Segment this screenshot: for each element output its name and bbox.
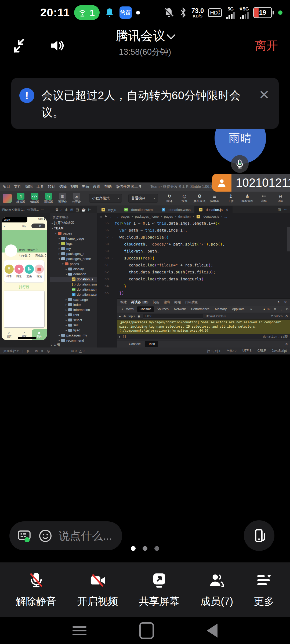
statusbar-info-item[interactable]: 空格: 2	[226, 349, 236, 353]
close-drawer-icon[interactable]: ✕	[285, 342, 288, 346]
sim-action-交换[interactable]: ⇅交换	[25, 265, 34, 278]
menu-item[interactable]: 设置	[93, 184, 100, 189]
menu-item[interactable]: 文件	[14, 184, 21, 189]
explorer-toolbar-icon[interactable]: ⧉	[56, 207, 58, 212]
action-button-清缓存[interactable]: ≣清缓存	[208, 194, 221, 203]
file-tab-donation.wxss[interactable]: 3donation.wxss	[157, 206, 194, 213]
tree-item-pages[interactable]: ▾pages	[50, 261, 97, 266]
leave-meeting-button[interactable]: 离开	[255, 38, 278, 53]
tree-item-display[interactable]: ▸display	[50, 266, 97, 272]
tree-item-rent[interactable]: ▸rent	[50, 312, 97, 317]
tree-item-打开的编辑器[interactable]: ▸打开的编辑器	[50, 221, 97, 226]
tree-item-packages_c[interactable]: ▸packages_c	[50, 251, 97, 256]
kebab-menu-icon[interactable]: ⋮	[280, 307, 283, 311]
menu-item[interactable]: 选择	[59, 184, 67, 189]
log-levels-select[interactable]: Default levels ▾	[206, 314, 226, 318]
debug-tab-终端[interactable]: 终端	[174, 300, 181, 305]
breadcrumb-item[interactable]: pages	[164, 215, 173, 218]
file-tab-my.js[interactable]: JSmy.js	[97, 206, 120, 213]
breadcrumb-item[interactable]: pages	[121, 215, 130, 218]
sim-tab-首页[interactable]: ⌂首页	[2, 329, 17, 340]
breadcrumb-icon[interactable]: →	[115, 215, 119, 219]
toolbar-button-调试器[interactable]: ⇆调试器	[42, 193, 55, 204]
tree-item-donation.json[interactable]: {..}donation.json	[50, 282, 97, 287]
console-filter-input[interactable]: Filter	[143, 314, 203, 319]
toolbar-right-详情[interactable]: ≔详情	[257, 194, 271, 203]
code-line[interactable]: 64 }	[97, 283, 290, 290]
toolbar-mic-off[interactable]: 解除静音	[16, 572, 57, 608]
code-line[interactable]: 55for(var i = 0;i < this.data.imgs.lengt…	[97, 220, 290, 227]
filter-settings-icon[interactable]: ⚙	[285, 314, 288, 318]
editor-scrollbar[interactable]	[287, 227, 290, 251]
explorer-toolbar-icon[interactable]: ⊢	[88, 208, 91, 212]
statusbar-info-item[interactable]: CRLF	[258, 349, 266, 353]
menu-item[interactable]: 项目	[3, 184, 10, 189]
statusbar-icon[interactable]: ⋯	[53, 349, 57, 353]
fold-icon[interactable]: ⌄	[110, 255, 115, 262]
toolbar-camera-off[interactable]: 开启视频	[77, 572, 118, 608]
tree-item-exchange[interactable]: ▸exchange	[50, 297, 97, 302]
breadcrumb[interactable]: ≡⚑←→pages›packages_home›pages›donation›J…	[97, 213, 290, 220]
breadcrumb-icon[interactable]: ←	[110, 215, 113, 219]
statusbar-icon[interactable]: ⧉	[35, 349, 38, 353]
sim-capsule-buttons[interactable]: ⋯ ⊙	[31, 224, 45, 228]
explorer-toolbar-icon[interactable]: ☕	[81, 208, 86, 212]
devtools-tab-Sources[interactable]: Sources	[154, 306, 171, 312]
debug-tab-代码质量[interactable]: 代码质量	[185, 300, 198, 305]
back-button[interactable]	[207, 624, 218, 638]
explorer-toolbar-icon[interactable]: ⊞	[70, 208, 73, 212]
sim-action-租赁[interactable]: ▤租赁	[35, 265, 44, 278]
tree-item-TEAM[interactable]: ▾TEAM	[50, 226, 97, 231]
console-footer-tab-Console[interactable]: Console	[126, 341, 144, 347]
debug-tab-问题[interactable]: 问题	[153, 300, 159, 305]
inspect-element-icon[interactable]: ⌖	[121, 307, 123, 311]
devtools-tab-Performance[interactable]: Performance	[189, 306, 212, 312]
breadcrumb-icon[interactable]: ≡	[100, 215, 102, 219]
code-line[interactable]: 65 })	[97, 290, 290, 297]
explorer-toolbar-icon[interactable]: ▤	[76, 208, 79, 212]
tabs-overflow-icon[interactable]: »	[250, 307, 252, 311]
statusbar-info-item[interactable]: 行 1, 列 1	[207, 349, 221, 353]
code-line[interactable]: 63 console.log(that.data.imageUrls)	[97, 276, 290, 283]
file-tab-donation.wxml[interactable]: </>donation.wxml	[120, 206, 157, 213]
console-log-row[interactable]: ▶ [] donation.js:55	[117, 334, 290, 340]
close-panel-icon[interactable]: ✕	[284, 300, 287, 304]
tree-item-packages_my[interactable]: ▸packages_my	[50, 333, 97, 338]
code-line[interactable]: 59 filePath: path,	[97, 248, 290, 255]
outline-section[interactable]: ▸大纲	[50, 342, 97, 347]
menu-item[interactable]: 转到	[48, 184, 55, 189]
explorer-toolbar-icon[interactable]: ⌕	[61, 207, 63, 212]
editor-actions-icon[interactable]: ◫	[278, 208, 281, 211]
devtools-tab-Network[interactable]: Network	[172, 306, 188, 312]
toolbar-right-消息[interactable]: ⍾消息	[274, 194, 287, 203]
debug-tab-调试器[interactable]: 调试器82	[131, 300, 148, 305]
devtools-tab-AppData[interactable]: AppData	[230, 306, 247, 312]
menu-item[interactable]: 视图	[70, 184, 78, 189]
hot-reload-toggle[interactable]: 热重载...	[27, 208, 39, 212]
breadcrumb-icon[interactable]: ⚑	[104, 215, 108, 219]
tree-item-sell[interactable]: ▸sell	[50, 323, 97, 328]
tree-item-tijiao[interactable]: ▸tijiao	[50, 328, 97, 333]
compile-mode-select[interactable]: 普通编译▾	[128, 194, 158, 203]
code-line[interactable]: 58 cloudPath: 'goods/'+ path.split('/').…	[97, 241, 290, 248]
emoji-icon[interactable]	[38, 528, 53, 543]
tree-item-packages_home[interactable]: ▾packages_home	[50, 256, 97, 261]
toolbar-screen-share[interactable]: 共享屏幕	[139, 572, 180, 608]
fold-icon[interactable]: ⌄	[110, 234, 115, 241]
tree-item-select[interactable]: ▸select	[50, 317, 97, 323]
tree-item-pages[interactable]: ▾pages	[50, 231, 97, 236]
toolbar-button-模拟器[interactable]: ▯模拟器	[15, 193, 27, 204]
menu-item[interactable]: 工具	[37, 184, 44, 189]
toolbar-button-可视化[interactable]: ▦可视化	[56, 193, 69, 204]
toolbar-members[interactable]: 成员(7)	[200, 572, 233, 608]
tree-item-donation.wxss[interactable]: 3donation.wxss	[50, 292, 97, 297]
warning-source-link[interactable]: ./components/information/information.wxs…	[121, 329, 203, 332]
toolbar-more[interactable]: 更多	[254, 572, 274, 608]
tab-close-icon[interactable]: ✕	[226, 208, 229, 212]
context-select[interactable]: top ▾	[129, 314, 135, 318]
toolbar-right-版本管理[interactable]: ⋔版本管理	[241, 194, 254, 203]
captions-icon[interactable]	[16, 528, 32, 544]
tree-item-my[interactable]: ▸my	[50, 246, 97, 251]
collapse-icon[interactable]: ∧	[277, 300, 280, 304]
action-button-编译[interactable]: ↻编译	[163, 194, 176, 203]
